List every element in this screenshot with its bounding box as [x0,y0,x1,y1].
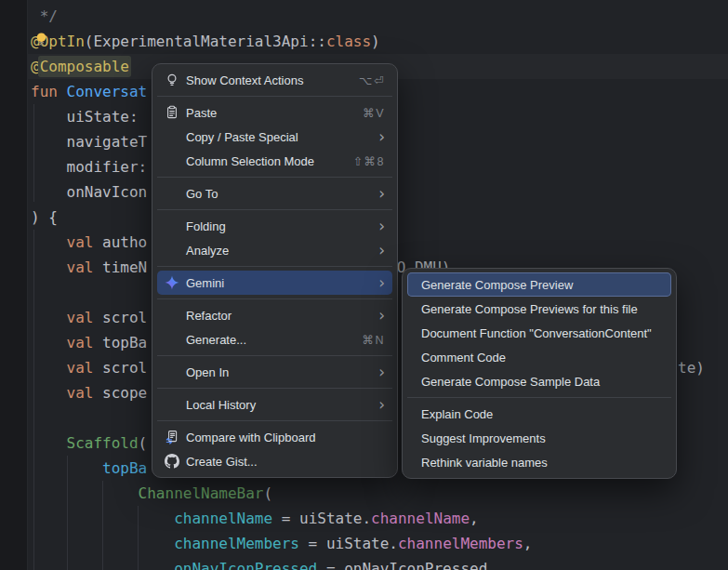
code-token: ( [85,33,94,50]
menu-item-shortcut: ⌥⏎ [346,73,385,87]
code-token: ) { [31,208,58,226]
code-token: :: [309,33,326,50]
code-token: navigateT [31,133,147,151]
code-token: val [67,334,103,351]
code-token [31,309,67,326]
menu-item-refactor[interactable]: Refactor› [157,303,392,327]
menu-item-label: Open In [186,365,229,379]
code-token [31,258,67,276]
code-token: ( [139,434,148,452]
menu-item-label: Folding [186,219,226,233]
menu-item-rethink-variable-names[interactable]: Rethink variable names [407,450,671,474]
code-line: channelMembers = uiState.channelMembers, [31,531,532,556]
menu-item-compare-with-clipboard[interactable]: Compare with Clipboard [157,425,392,449]
menu-item-label: Column Selection Mode [186,154,314,168]
code-token: val [67,359,103,377]
icon-slot [165,332,179,347]
menu-item-label: Explain Code [421,407,493,421]
code-token: onNavIconPressed [344,560,487,570]
menu-item-label: Document Function "ConversationContent" [421,326,652,340]
menu-item-paste[interactable]: Paste⌘V [157,100,392,125]
icon-slot [165,129,179,144]
menu-item-generate-compose-sample-data[interactable]: Generate Compose Sample Data [407,369,671,393]
menu-item-column-selection-mode[interactable]: Column Selection Mode⇧⌘8 [157,149,392,173]
menu-item-go-to[interactable]: Go To› [157,181,392,205]
menu-item-document-function-conversationcontent[interactable]: Document Function "ConversationContent" [407,321,671,345]
code-token: , [523,535,533,552]
code-token: ExperimentalMaterial3Api [93,33,308,50]
code-token [31,459,102,477]
code-token [31,434,67,452]
menu-item-generate[interactable]: Generate...⌘N [157,327,392,351]
menu-item-suggest-improvements[interactable]: Suggest Improvements [407,426,671,450]
menu-item-generate-compose-preview[interactable]: Generate Compose Preview [407,272,671,297]
code-token [31,334,67,351]
code-token: */ [31,7,58,25]
code-token: autho [102,233,147,251]
code-token: onNavIconPressed [174,560,317,570]
code-token [31,535,174,552]
menu-separator [157,355,392,356]
menu-item-label: Analyze [186,244,229,258]
editor-gutter [0,0,28,570]
menu-item-open-in[interactable]: Open In› [157,360,392,384]
menu-separator [157,177,392,178]
menu-item-gemini[interactable]: Gemini› [157,271,392,295]
menu-item-shortcut: ⌘V [350,106,385,120]
code-token: ) [371,33,380,50]
menu-item-comment-code[interactable]: Comment Code [407,345,671,369]
code-token: channelMembers [174,535,299,552]
menu-item-label: Create Gist... [186,455,258,469]
code-token: channelName [371,510,470,527]
menu-item-explain-code[interactable]: Explain Code [407,402,671,426]
menu-item-create-gist[interactable]: Create Gist... [157,449,392,473]
code-line: onNavIconPressed = onNavIconPressed, [31,556,532,570]
code-token: ( [263,484,272,502]
submenu-arrow-icon: › [365,276,385,289]
menu-separator [157,96,392,97]
menu-item-label: Generate... [186,333,246,347]
menu-separator [157,209,392,210]
code-token: uiState: [31,108,147,126]
menu-item-label: Generate Compose Previews for this file [421,302,638,316]
code-token: , [487,560,496,570]
menu-item-analyze[interactable]: Analyze› [157,238,392,262]
code-token [31,384,67,402]
menu-item-label: Copy / Paste Special [186,130,298,144]
code-token: class [326,33,371,50]
menu-separator [407,397,671,398]
code-token: onNavIcon [31,183,147,201]
menu-item-generate-compose-previews-for-this-file[interactable]: Generate Compose Previews for this file [407,297,671,321]
code-line: channelName = uiState.channelName, [31,506,532,531]
code-token: ChannelNameBar [139,484,264,502]
code-token: Composable [40,58,129,75]
menu-item-label: Compare with Clipboard [186,431,315,444]
menu-separator [157,388,392,389]
code-line: @OptIn(ExperimentalMaterial3Api::class) [31,29,532,54]
github-icon [165,454,179,469]
icon-slot [165,219,179,233]
icon-slot [165,365,179,379]
paste-icon [165,105,179,120]
menu-item-folding[interactable]: Folding› [157,214,392,238]
menu-item-local-history[interactable]: Local History› [157,392,392,417]
menu-separator [157,420,392,421]
menu-item-copy-paste-special[interactable]: Copy / Paste Special› [157,125,392,149]
code-token: val [67,233,103,251]
code-token: uiState [326,535,389,552]
menu-item-label: Local History [186,398,256,412]
code-token [31,484,139,502]
code-token: uiState [299,510,362,527]
menu-item-show-context-actions[interactable]: Show Context Actions⌥⏎ [157,68,392,92]
submenu-arrow-icon: › [365,365,385,378]
icon-slot [165,397,179,412]
code-token: val [67,309,103,326]
code-token: . [389,535,398,552]
code-token: val [67,258,103,276]
submenu-arrow-icon: › [365,398,385,411]
menu-item-label: Suggest Improvements [421,431,546,445]
intention-bulb-icon[interactable] [34,32,48,47]
lightbulb-icon [165,73,179,87]
code-token: scope [102,384,147,402]
submenu-arrow-icon: › [365,219,385,232]
